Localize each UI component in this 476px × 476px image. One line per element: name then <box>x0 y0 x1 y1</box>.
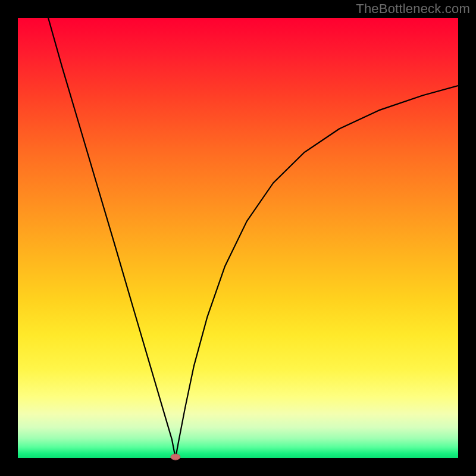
minimum-marker <box>171 454 180 460</box>
chart-frame: TheBottleneck.com <box>0 0 476 476</box>
plot-area <box>18 18 458 458</box>
watermark-text: TheBottleneck.com <box>356 1 470 17</box>
bottleneck-curve <box>48 18 458 458</box>
curve-svg <box>18 18 458 458</box>
